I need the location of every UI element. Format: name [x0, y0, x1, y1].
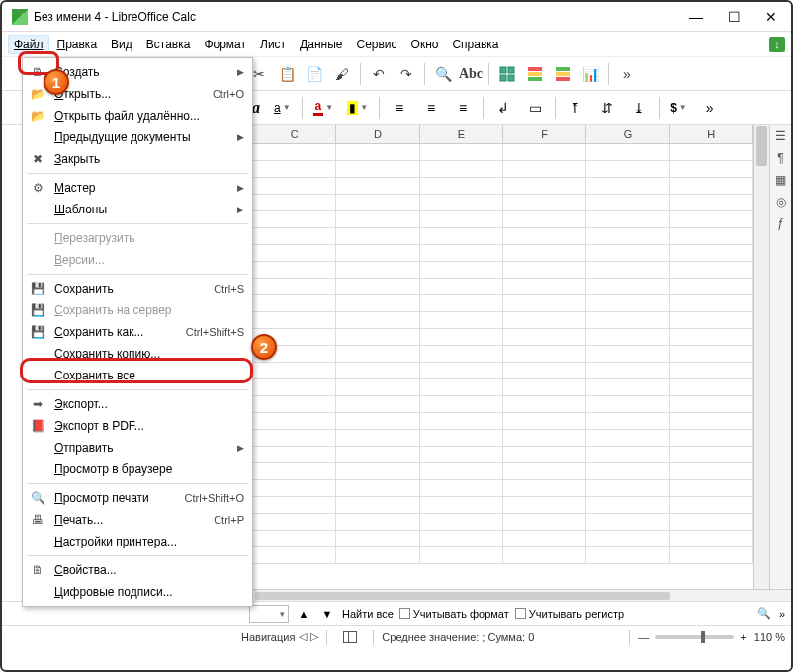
file-menu-item[interactable]: ✖Закрыть [23, 148, 252, 170]
undo-icon[interactable]: ↶ [367, 62, 391, 86]
menu-view[interactable]: Вид [105, 35, 138, 54]
close-button[interactable]: ✕ [761, 9, 781, 25]
font-color-button[interactable]: a▼ [308, 96, 339, 120]
find-scope-dropdown[interactable]: ▾ [249, 605, 289, 623]
cell[interactable] [420, 228, 503, 245]
cell[interactable] [503, 430, 586, 447]
cell[interactable] [670, 413, 753, 430]
cell[interactable] [336, 514, 419, 531]
menu-tools[interactable]: Сервис [350, 35, 402, 54]
underline-button[interactable]: a▼ [269, 96, 296, 120]
cell[interactable] [670, 295, 753, 312]
file-menu-item[interactable]: Сохранить копию... [23, 343, 252, 365]
cell[interactable] [586, 195, 669, 211]
cell[interactable] [420, 262, 503, 279]
cell[interactable] [253, 161, 336, 178]
menu-sheet[interactable]: Лист [254, 35, 292, 54]
cell[interactable] [336, 480, 419, 497]
insert-mode-icon[interactable] [343, 631, 357, 643]
cell[interactable] [503, 144, 586, 161]
valign-bot-icon[interactable]: ⤓ [625, 96, 653, 120]
cell[interactable] [253, 312, 336, 329]
cell[interactable] [670, 245, 753, 262]
cell[interactable] [253, 514, 336, 531]
cell[interactable] [586, 211, 669, 228]
cell[interactable] [336, 463, 419, 480]
cell[interactable] [503, 531, 586, 547]
vertical-scrollbar[interactable] [753, 125, 769, 589]
cell[interactable] [420, 363, 503, 379]
cell[interactable] [253, 178, 336, 195]
more-format-icon[interactable]: » [696, 96, 724, 120]
cell[interactable] [253, 413, 336, 430]
cell[interactable] [420, 245, 503, 262]
zoom-level[interactable]: 110 % [754, 631, 785, 643]
column-header[interactable]: D [336, 125, 419, 143]
horizontal-scrollbar[interactable] [253, 589, 791, 601]
cell[interactable] [586, 262, 669, 279]
find-icon[interactable]: 🔍 [431, 62, 455, 86]
maximize-button[interactable]: ☐ [724, 9, 744, 25]
cell[interactable] [420, 144, 503, 161]
menu-file[interactable]: Файл [8, 35, 49, 54]
file-menu-item[interactable]: 🗎Свойства... [23, 559, 252, 581]
cell[interactable] [336, 396, 419, 413]
cell[interactable] [586, 312, 669, 329]
cell[interactable] [586, 329, 669, 346]
cell[interactable] [503, 312, 586, 329]
find-next-icon[interactable]: ▼ [318, 605, 336, 623]
cell[interactable] [253, 430, 336, 447]
match-case-checkbox[interactable]: Учитывать регистр [515, 608, 624, 620]
file-menu-item[interactable]: Цифровые подписи... [23, 581, 252, 603]
cell[interactable] [586, 144, 669, 161]
menu-data[interactable]: Данные [294, 35, 348, 54]
cell[interactable] [586, 430, 669, 447]
wrap-text-icon[interactable]: ↲ [489, 96, 517, 120]
cell[interactable] [336, 295, 419, 312]
cell[interactable] [670, 279, 753, 295]
cell[interactable] [253, 547, 336, 564]
cell[interactable] [253, 447, 336, 463]
cell[interactable] [253, 396, 336, 413]
cell[interactable] [503, 413, 586, 430]
menu-format[interactable]: Формат [198, 35, 252, 54]
cell[interactable] [253, 279, 336, 295]
cell[interactable] [586, 228, 669, 245]
align-left-icon[interactable]: ≡ [386, 96, 413, 120]
zoom-in-icon[interactable]: + [740, 631, 746, 643]
cell[interactable] [253, 211, 336, 228]
nav-next-icon[interactable]: ▷ [310, 630, 318, 643]
column-header[interactable]: E [420, 125, 503, 143]
cell[interactable] [503, 211, 586, 228]
cell[interactable] [670, 447, 753, 463]
paste-icon[interactable]: 📄 [303, 62, 326, 86]
cell[interactable] [420, 547, 503, 564]
cell[interactable] [253, 262, 336, 279]
cell[interactable] [420, 346, 503, 363]
cell[interactable] [586, 178, 669, 195]
file-menu-item[interactable]: 🖶Печать...Ctrl+P [23, 509, 252, 531]
cell[interactable] [503, 514, 586, 531]
cell[interactable] [420, 447, 503, 463]
match-format-checkbox[interactable]: Учитывать формат [399, 608, 509, 620]
cell[interactable] [420, 295, 503, 312]
cell[interactable] [420, 312, 503, 329]
highlight-color-button[interactable]: ▮▼ [342, 96, 373, 120]
cell[interactable] [670, 480, 753, 497]
cell[interactable] [503, 497, 586, 514]
sidebar-functions-icon[interactable]: ƒ [773, 215, 789, 231]
cell[interactable] [670, 497, 753, 514]
copy-icon[interactable]: 📋 [275, 62, 299, 86]
cell[interactable] [670, 346, 753, 363]
cell[interactable] [336, 547, 419, 564]
spellcheck-icon[interactable]: Abc [459, 62, 483, 86]
cell[interactable] [670, 178, 753, 195]
cell[interactable] [670, 363, 753, 379]
cell[interactable] [503, 346, 586, 363]
cell[interactable] [670, 195, 753, 211]
sidebar-navigator-icon[interactable]: ◎ [773, 194, 789, 210]
align-center-icon[interactable]: ≡ [417, 96, 445, 120]
cell[interactable] [670, 547, 753, 564]
cell[interactable] [586, 295, 669, 312]
cell[interactable] [253, 497, 336, 514]
